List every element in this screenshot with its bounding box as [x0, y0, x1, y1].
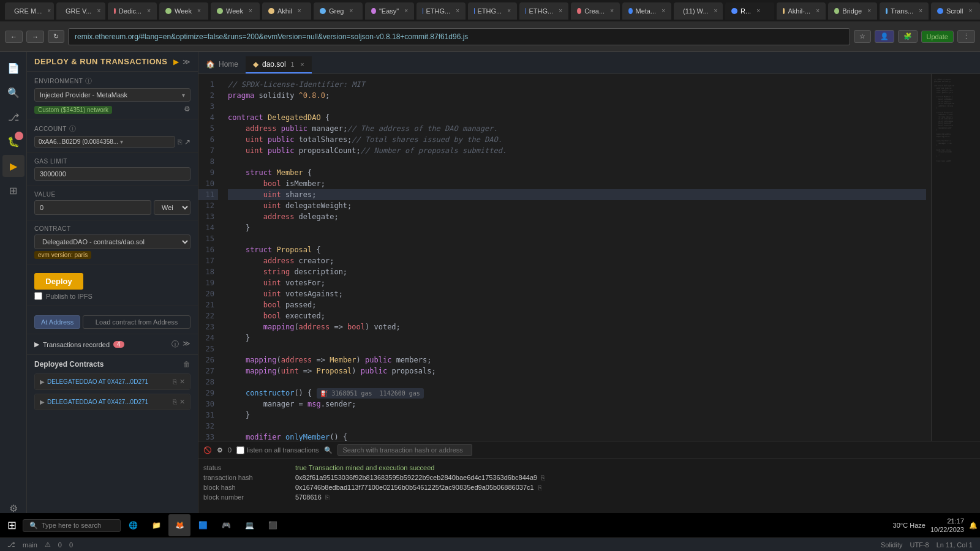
- taskbar-app-windows-terminal[interactable]: ⬛: [262, 514, 284, 536]
- tab-meta[interactable]: Meta... ×: [622, 2, 671, 20]
- listen-all-transactions-checkbox[interactable]: [236, 446, 244, 454]
- at-address-button[interactable]: At Address: [34, 315, 80, 329]
- account-select[interactable]: 0xAA6...B02D9 (0.0084358... ▾: [34, 136, 175, 148]
- deploy-icon-btn[interactable]: ▶: [2, 155, 24, 177]
- status-branch-name: main: [23, 541, 37, 549]
- deploy-section: Deploy Publish to IPFS: [27, 264, 198, 305]
- metamask-icon[interactable]: ⚙: [184, 105, 190, 113]
- tab-11w[interactable]: (11) W... ×: [674, 2, 723, 20]
- contract-2-chevron-icon: ▶: [40, 399, 45, 405]
- deploy-button[interactable]: Deploy: [34, 273, 83, 290]
- transactions-label: ▶ Transactions recorded 4: [34, 340, 124, 348]
- taskbar-app-folder[interactable]: 📁: [145, 514, 167, 536]
- contract-label: CONTRACT: [34, 225, 190, 232]
- tab-akhil2[interactable]: Akhil-... ×: [777, 2, 826, 20]
- reload-button[interactable]: ↻: [48, 30, 64, 43]
- contract-select[interactable]: DelegatedDAO - contracts/dao.sol: [34, 234, 190, 249]
- tab-ethg3[interactable]: ETHG... ×: [519, 2, 568, 20]
- status-language: Solidity: [881, 541, 902, 549]
- file-tab-icon: ◆: [253, 60, 258, 69]
- extensions-icon-btn[interactable]: ⊞: [2, 179, 24, 201]
- value-input[interactable]: [34, 200, 151, 215]
- transactions-info-icon[interactable]: ⓘ: [172, 339, 179, 350]
- tx-hash-key: transaction hash: [203, 474, 295, 481]
- minimap: // SPDX-License pragma solidity contract…: [931, 74, 980, 441]
- gas-limit-section: GAS LIMIT: [27, 153, 198, 186]
- tab-gre1[interactable]: GRE M... ×: [5, 2, 54, 20]
- profile-button[interactable]: 👤: [875, 30, 894, 43]
- tab-gre2[interactable]: GRE V... ×: [56, 2, 105, 20]
- bottom-filter-icon[interactable]: ⚙: [217, 446, 223, 454]
- code-editor[interactable]: // SPDX-License-Identifier: MIT pragma s…: [223, 74, 931, 441]
- taskbar-app-xbox[interactable]: 🎮: [215, 514, 237, 536]
- taskbar-search[interactable]: 🔍 Type here to search: [23, 519, 121, 532]
- file-icon-btn[interactable]: 📄: [2, 57, 24, 79]
- contract-2-copy-icon[interactable]: ⎘: [173, 398, 177, 406]
- tab-greg[interactable]: Greg ×: [314, 2, 363, 20]
- taskbar-app-edge[interactable]: 🟦: [192, 514, 214, 536]
- tab-dedi[interactable]: Dedic... ×: [108, 2, 157, 20]
- account-external-icon[interactable]: ↗: [184, 138, 190, 146]
- back-button[interactable]: ←: [5, 31, 23, 43]
- contract-1-header[interactable]: ▶ DELEGATEDDAO AT 0X427...0D271 ⎘ ✕: [35, 374, 190, 389]
- tab-week1[interactable]: Week ×: [159, 2, 208, 20]
- tab-dao-sol[interactable]: ◆ dao.sol 1 ×: [246, 56, 312, 73]
- account-copy-icon[interactable]: ⎘: [178, 138, 182, 146]
- address-bar[interactable]: [68, 28, 850, 45]
- tab-ethg2[interactable]: ETHG... ×: [468, 2, 517, 20]
- dao-tab-close-icon[interactable]: ×: [300, 61, 304, 68]
- tab-ethg1[interactable]: ETHG... ×: [417, 2, 466, 20]
- tab-akhil[interactable]: Akhil ×: [262, 2, 311, 20]
- publish-ipfs-row: Publish to IPFS: [34, 292, 190, 300]
- update-button[interactable]: Update: [921, 31, 954, 43]
- tx-hash-copy-icon[interactable]: ⎘: [541, 474, 545, 481]
- panel-play-icon[interactable]: ▶: [173, 58, 179, 66]
- contract-2-header[interactable]: ▶ DELEGATEDDAO AT 0X427...0D271 ⎘ ✕: [35, 394, 190, 410]
- source-control-icon-btn[interactable]: ⎇: [2, 106, 24, 128]
- bookmark-button[interactable]: ☆: [854, 30, 871, 43]
- tx-block-hash-copy-icon[interactable]: ⎘: [538, 484, 542, 491]
- search-icon-btn[interactable]: 🔍: [2, 81, 24, 103]
- transactions-header[interactable]: ▶ Transactions recorded 4 ⓘ ≫: [34, 339, 190, 350]
- transactions-expand-icon[interactable]: ≫: [183, 339, 190, 350]
- tab-easy[interactable]: "Easy" ×: [365, 2, 414, 20]
- contract-1-copy-icon[interactable]: ⎘: [173, 378, 177, 386]
- debug-icon-btn[interactable]: 🐛: [2, 130, 24, 152]
- start-button[interactable]: ⊞: [2, 516, 21, 534]
- env-info-icon[interactable]: ⓘ: [85, 77, 92, 86]
- evm-badge: evm version: paris: [34, 251, 91, 259]
- menu-button[interactable]: ⋮: [957, 30, 975, 43]
- taskbar-app-firefox[interactable]: 🦊: [168, 514, 190, 536]
- tab-remix[interactable]: R... ×: [725, 2, 774, 20]
- environment-select[interactable]: Injected Provider - MetaMask ▾: [34, 88, 190, 102]
- deployed-contracts-trash-icon[interactable]: 🗑: [183, 360, 190, 369]
- value-unit-select[interactable]: Wei Gwei Ether: [154, 200, 190, 215]
- tab-crea[interactable]: Crea... ×: [571, 2, 620, 20]
- forward-button[interactable]: →: [26, 31, 44, 43]
- tab-trans[interactable]: Trans... ×: [880, 2, 929, 20]
- tx-hash-value: 0x82f61a95153036f92b813683595b59222b9ceb…: [295, 474, 545, 481]
- contract-2-name: DELEGATEDDAO AT 0X427...0D271: [47, 399, 170, 405]
- taskbar-app-browser[interactable]: 🌐: [122, 514, 144, 536]
- tab-week2[interactable]: Week ×: [211, 2, 260, 20]
- nav-bar: ← → ↻ ☆ 👤 🧩 Update ⋮: [0, 21, 980, 52]
- tab-home[interactable]: 🏠 Home: [198, 56, 246, 73]
- transaction-search-input[interactable]: [337, 444, 472, 456]
- bottom-clear-icon[interactable]: 🚫: [203, 446, 212, 454]
- publish-ipfs-checkbox[interactable]: [34, 292, 42, 300]
- extensions-button[interactable]: 🧩: [898, 30, 918, 43]
- contract-2-delete-icon[interactable]: ✕: [179, 398, 185, 406]
- tab-bridge[interactable]: Bridge ×: [828, 2, 877, 20]
- taskbar-notification-icon[interactable]: 🔔: [969, 522, 978, 530]
- taskbar-app-vscode[interactable]: 💻: [238, 514, 260, 536]
- load-contract-button[interactable]: Load contract from Address: [83, 315, 190, 329]
- tx-block-number-copy-icon[interactable]: ⎘: [325, 493, 330, 501]
- gas-limit-input[interactable]: [34, 167, 190, 181]
- panel-title: DEPLOY & RUN TRANSACTIONS: [34, 57, 167, 66]
- deployed-contract-2: ▶ DELEGATEDDAO AT 0X427...0D271 ⎘ ✕: [34, 394, 190, 410]
- account-info-icon[interactable]: ⓘ: [69, 124, 77, 133]
- value-label: VALUE: [34, 191, 190, 198]
- tab-scroll1[interactable]: Scroll ×: [931, 2, 980, 20]
- contract-1-delete-icon[interactable]: ✕: [179, 378, 185, 386]
- panel-expand-icon[interactable]: ≫: [183, 58, 190, 66]
